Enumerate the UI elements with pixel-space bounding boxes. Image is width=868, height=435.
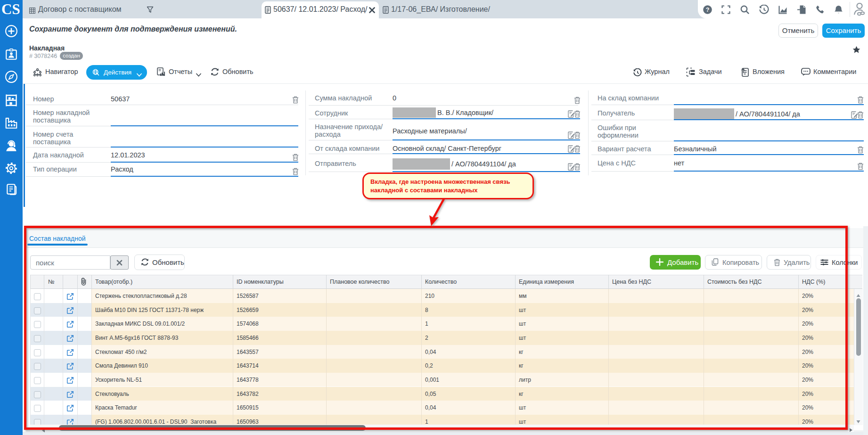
svg-text:?: ? bbox=[706, 7, 710, 13]
